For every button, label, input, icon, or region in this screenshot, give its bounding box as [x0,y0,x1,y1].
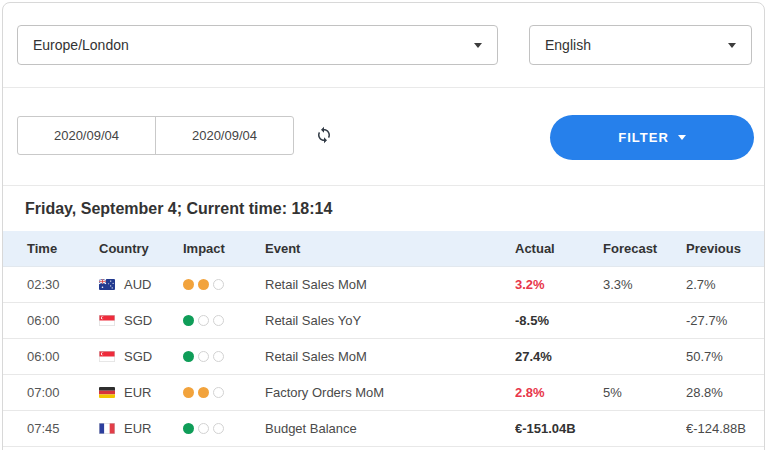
actual-value: 3.2% [515,277,603,292]
column-header-impact: Impact [183,241,265,256]
event-name: Retail Sales YoY [265,313,515,328]
timezone-select[interactable]: Europe/London [17,25,498,65]
actual-value: €-151.04B [515,421,603,436]
impact-dot [213,315,224,326]
date-to-input[interactable]: 2020/09/04 [155,117,293,154]
impact-indicator [183,387,265,398]
forecast-value: 3.3% [603,277,686,292]
event-time: 06:00 [2,349,99,364]
singapore-flag-icon [99,315,115,326]
currency-code: EUR [124,421,151,436]
actual-value: 27.4% [515,349,603,364]
impact-indicator [183,315,265,326]
event-time: 02:30 [2,277,99,292]
refresh-icon [315,126,333,147]
settings-bar: Europe/London English [3,3,764,88]
table-row[interactable]: 02:30 AUD Retail Sales MoM 3.2% 3.3% 2.7… [2,267,765,303]
impact-dot [183,387,194,398]
impact-indicator [183,279,265,290]
event-name: Retail Sales MoM [265,349,515,364]
currency-code: EUR [124,385,151,400]
impact-dot [183,423,194,434]
impact-dot [183,351,194,362]
country-cell: SGD [99,349,183,364]
germany-flag-icon [99,387,115,398]
impact-dot [183,315,194,326]
previous-value: 2.7% [686,277,765,292]
filter-bar: 2020/09/04 2020/09/04 FILTER [3,88,764,186]
language-select[interactable]: English [529,25,752,65]
forecast-value: 5% [603,385,686,400]
previous-value: €-124.88B [686,421,765,436]
impact-dot [213,351,224,362]
impact-dot [198,351,209,362]
filter-button[interactable]: FILTER [550,115,754,160]
event-time: 06:00 [2,313,99,328]
actual-value: -8.5% [515,313,603,328]
country-cell: SGD [99,313,183,328]
impact-indicator [183,351,265,362]
table-row[interactable]: 06:00 SGD Retail Sales YoY -8.5% -27.7% [2,303,765,339]
singapore-flag-icon [99,351,115,362]
actual-value: 2.8% [515,385,603,400]
previous-value: 28.8% [686,385,765,400]
column-header-previous: Previous [686,241,765,256]
column-header-time: Time [2,241,99,256]
column-header-event: Event [265,241,515,256]
table-row[interactable]: 07:00 EUR Factory Orders MoM 2.8% 5% 28.… [2,375,765,411]
event-time: 07:00 [2,385,99,400]
table-row[interactable]: 06:00 SGD Retail Sales MoM 27.4% 50.7% [2,339,765,375]
event-name: Factory Orders MoM [265,385,515,400]
france-flag-icon [99,423,115,434]
column-header-forecast: Forecast [603,241,686,256]
timezone-value: Europe/London [33,37,129,53]
previous-value: -27.7% [686,313,765,328]
impact-dot [198,387,209,398]
table-row[interactable]: 07:45 EUR Budget Balance €-151.04B €-124… [2,411,765,447]
events-table: Time Country Impact Event Actual Forecas… [2,231,765,447]
chevron-down-icon [474,43,482,48]
column-header-country: Country [99,241,183,256]
currency-code: AUD [124,277,151,292]
impact-dot [198,279,209,290]
page-title: Friday, September 4; Current time: 18:14 [25,200,332,218]
event-name: Retail Sales MoM [265,277,515,292]
impact-dot [198,315,209,326]
impact-dot [213,423,224,434]
date-from-input[interactable]: 2020/09/04 [18,117,155,154]
event-time: 07:45 [2,421,99,436]
table-body: 02:30 AUD Retail Sales MoM 3.2% 3.3% 2.7… [2,267,765,447]
language-value: English [545,37,591,53]
australia-flag-icon [99,279,115,290]
chevron-down-icon [678,135,686,140]
previous-value: 50.7% [686,349,765,364]
impact-indicator [183,423,265,434]
country-cell: EUR [99,421,183,436]
country-cell: AUD [99,277,183,292]
economic-calendar-widget: Europe/London English 2020/09/04 2020/09… [2,2,765,450]
column-header-actual: Actual [515,241,603,256]
currency-code: SGD [124,313,152,328]
impact-dot [213,279,224,290]
event-name: Budget Balance [265,421,515,436]
impact-dot [183,279,194,290]
impact-dot [213,387,224,398]
currency-code: SGD [124,349,152,364]
date-range-picker: 2020/09/04 2020/09/04 [17,116,294,155]
chevron-down-icon [728,43,736,48]
filter-button-label: FILTER [618,130,669,145]
refresh-button[interactable] [314,126,334,146]
date-heading-row: Friday, September 4; Current time: 18:14 [3,186,764,231]
country-cell: EUR [99,385,183,400]
table-header-row: Time Country Impact Event Actual Forecas… [2,231,765,267]
impact-dot [198,423,209,434]
